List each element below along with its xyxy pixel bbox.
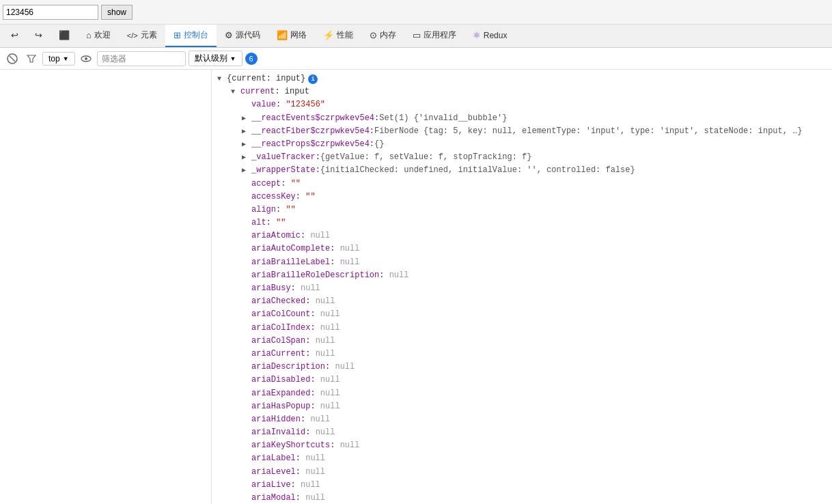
tab-welcome-label: 欢迎 bbox=[94, 29, 111, 41]
console-line[interactable]: ariaColCount: null bbox=[212, 308, 832, 321]
log-level-label: 默认级别 bbox=[195, 53, 227, 64]
svg-line-1 bbox=[10, 56, 15, 61]
filter-icon bbox=[27, 54, 36, 64]
console-line[interactable]: ariaLabel: null bbox=[212, 452, 832, 465]
left-panel bbox=[0, 70, 212, 504]
filter-toggle-button[interactable] bbox=[23, 51, 40, 67]
tree-arrow[interactable] bbox=[242, 152, 251, 163]
console-line[interactable]: ariaAutoComplete: null bbox=[212, 242, 832, 255]
console-line[interactable]: __reactProps$czrpwkev5e4: {} bbox=[212, 138, 832, 151]
home-icon: ⌂ bbox=[86, 30, 92, 40]
perf-icon: ⚡ bbox=[323, 30, 334, 40]
svg-point-4 bbox=[85, 57, 87, 60]
console-line[interactable]: value: "123456" bbox=[212, 98, 832, 111]
tab-memory-label: 内存 bbox=[380, 29, 396, 41]
console-line[interactable]: ariaCurrent: null bbox=[212, 348, 832, 361]
top-context-selector[interactable]: top ▼ bbox=[42, 52, 75, 66]
console-line[interactable]: ariaBrailleLabel: null bbox=[212, 256, 832, 269]
top-context-label: top bbox=[48, 54, 60, 64]
console-line[interactable]: _wrapperState: {initialChecked: undefine… bbox=[212, 164, 832, 177]
tab-performance-label: 性能 bbox=[337, 29, 353, 41]
sources-icon: ⚙ bbox=[225, 30, 233, 40]
console-line[interactable]: _valueTracker: {getValue: f, setValue: f… bbox=[212, 151, 832, 164]
console-line[interactable]: ariaAtomic: null bbox=[212, 229, 832, 242]
top-input[interactable]: 123456 bbox=[3, 5, 98, 20]
tab-console-label: 控制台 bbox=[184, 29, 208, 41]
console-icon: ⊞ bbox=[174, 30, 181, 40]
tree-arrow[interactable] bbox=[242, 113, 251, 124]
console-line[interactable]: ariaBusy: null bbox=[212, 282, 832, 295]
log-level-arrow: ▼ bbox=[230, 55, 236, 62]
console-line[interactable]: ariaColSpan: null bbox=[212, 335, 832, 348]
back-icon: ↩ bbox=[11, 30, 18, 40]
tab-sources[interactable]: ⚙ 源代码 bbox=[217, 25, 268, 47]
log-count-badge: 6 bbox=[245, 53, 258, 65]
clear-icon bbox=[7, 53, 18, 64]
console-line[interactable]: ariaBrailleRoleDescription: null bbox=[212, 269, 832, 282]
clear-button[interactable] bbox=[4, 51, 20, 67]
console-line[interactable]: ariaHidden: null bbox=[212, 413, 832, 426]
network-icon: 📶 bbox=[277, 30, 288, 40]
eye-button[interactable] bbox=[78, 51, 94, 67]
tab-network-label: 网络 bbox=[290, 29, 307, 41]
tab-sources-label: 源代码 bbox=[236, 29, 260, 41]
tab-performance[interactable]: ⚡ 性能 bbox=[315, 25, 361, 47]
tab-forward[interactable]: ↪ bbox=[27, 25, 51, 47]
console-line[interactable]: ariaKeyShortcuts: null bbox=[212, 439, 832, 452]
tab-elements-label: 元素 bbox=[141, 29, 157, 41]
console-line[interactable]: ariaExpanded: null bbox=[212, 387, 832, 400]
log-level-selector[interactable]: 默认级别 ▼ bbox=[189, 51, 242, 66]
console-line[interactable]: ariaLevel: null bbox=[212, 466, 832, 479]
tab-network[interactable]: 📶 网络 bbox=[268, 25, 315, 47]
tab-console[interactable]: ⊞ 控制台 bbox=[165, 25, 217, 47]
tab-application-label: 应用程序 bbox=[424, 29, 456, 41]
memory-icon: ⊙ bbox=[370, 30, 377, 40]
elements-icon: </> bbox=[127, 31, 138, 40]
svg-marker-2 bbox=[27, 55, 36, 62]
console-line[interactable]: __reactFiber$czrpwkev5e4: FiberNode {tag… bbox=[212, 125, 832, 138]
tree-arrow[interactable] bbox=[217, 74, 227, 85]
tab-elements[interactable]: </> 元素 bbox=[119, 25, 165, 47]
tab-back[interactable]: ↩ bbox=[3, 25, 27, 47]
tree-arrow[interactable] bbox=[231, 87, 240, 98]
tab-welcome[interactable]: ⌂ 欢迎 bbox=[78, 25, 119, 47]
main-content: {current: input}icurrent: inputvalue: "1… bbox=[0, 70, 832, 504]
info-icon[interactable]: i bbox=[308, 74, 318, 84]
tree-arrow[interactable] bbox=[242, 139, 251, 150]
tree-arrow[interactable] bbox=[242, 165, 251, 176]
console-line[interactable]: ariaColIndex: null bbox=[212, 322, 832, 335]
top-dropdown-arrow: ▼ bbox=[63, 55, 69, 62]
console-line[interactable]: accept: "" bbox=[212, 178, 832, 191]
console-line[interactable]: alt: "" bbox=[212, 216, 832, 229]
console-line[interactable]: ariaDescription: null bbox=[212, 361, 832, 374]
tree-arrow[interactable] bbox=[242, 126, 251, 137]
tab-memory[interactable]: ⊙ 内存 bbox=[361, 25, 404, 47]
devtools-tab-bar: ↩ ↪ ⬛ ⌂ 欢迎 </> 元素 ⊞ 控制台 ⚙ 源代码 📶 网络 ⚡ 性能 … bbox=[0, 25, 832, 48]
console-line[interactable]: ariaDisabled: null bbox=[212, 374, 832, 387]
forward-icon: ↪ bbox=[35, 30, 42, 40]
console-line[interactable]: ariaLive: null bbox=[212, 479, 832, 492]
top-input-bar: 123456 show bbox=[0, 0, 832, 25]
filter-input[interactable] bbox=[97, 51, 186, 66]
redux-icon: ⚛ bbox=[473, 30, 481, 40]
console-panel[interactable]: {current: input}icurrent: inputvalue: "1… bbox=[212, 70, 832, 504]
tab-redux[interactable]: ⚛ Redux bbox=[464, 25, 516, 47]
console-toolbar: top ▼ 默认级别 ▼ 6 bbox=[0, 48, 832, 70]
console-line[interactable]: current: input bbox=[212, 85, 832, 98]
console-line[interactable]: ariaChecked: null bbox=[212, 295, 832, 308]
console-line[interactable]: accessKey: "" bbox=[212, 191, 832, 204]
console-line[interactable]: ariaModal: null bbox=[212, 492, 832, 504]
console-line[interactable]: ariaHasPopup: null bbox=[212, 400, 832, 413]
console-line[interactable]: align: "" bbox=[212, 204, 832, 216]
console-line[interactable]: {current: input}i bbox=[212, 72, 832, 85]
eye-icon bbox=[81, 55, 92, 62]
inspect-icon: ⬛ bbox=[59, 30, 70, 40]
tab-redux-label: Redux bbox=[484, 31, 508, 40]
console-line[interactable]: __reactEvents$czrpwkev5e4: Set(1) {'inva… bbox=[212, 112, 832, 125]
console-line[interactable]: ariaInvalid: null bbox=[212, 426, 832, 439]
application-icon: ▭ bbox=[413, 30, 421, 40]
tab-inspect[interactable]: ⬛ bbox=[51, 25, 78, 47]
show-button[interactable]: show bbox=[101, 5, 133, 20]
tab-application[interactable]: ▭ 应用程序 bbox=[404, 25, 464, 47]
